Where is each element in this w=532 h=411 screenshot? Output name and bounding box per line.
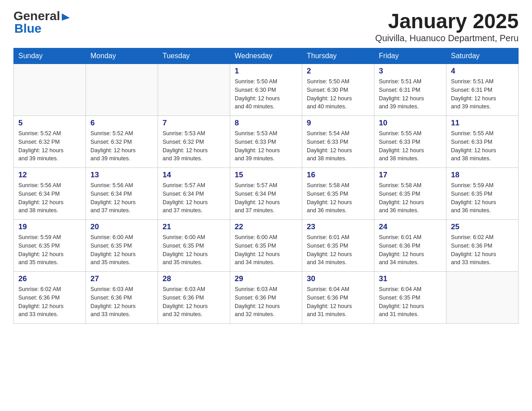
calendar-cell: 7Sunrise: 5:53 AM Sunset: 6:32 PM Daylig… [158,116,230,168]
calendar-day-header: Thursday [302,48,374,64]
calendar-week-row: 19Sunrise: 5:59 AM Sunset: 6:35 PM Dayli… [14,220,519,272]
day-number: 3 [379,67,442,76]
page-header: General Blue January 2025 Quivilla, Huan… [13,9,519,43]
calendar-day-header: Monday [86,48,158,64]
day-info: Sunrise: 5:53 AM Sunset: 6:32 PM Dayligh… [163,129,225,163]
calendar-table: SundayMondayTuesdayWednesdayThursdayFrid… [13,48,519,324]
calendar-day-header: Friday [374,48,446,64]
day-info: Sunrise: 5:55 AM Sunset: 6:33 PM Dayligh… [451,129,514,163]
day-number: 1 [235,67,297,76]
day-info: Sunrise: 5:58 AM Sunset: 6:35 PM Dayligh… [307,181,369,215]
day-info: Sunrise: 6:03 AM Sunset: 6:36 PM Dayligh… [163,285,225,319]
day-number: 2 [307,67,369,76]
day-info: Sunrise: 5:52 AM Sunset: 6:32 PM Dayligh… [18,129,81,163]
day-info: Sunrise: 6:00 AM Sunset: 6:35 PM Dayligh… [235,233,297,267]
day-number: 26 [18,274,81,283]
day-number: 15 [235,171,297,180]
logo-blue-text: Blue [14,21,42,36]
calendar-cell: 9Sunrise: 5:54 AM Sunset: 6:33 PM Daylig… [302,116,374,168]
calendar-week-row: 26Sunrise: 6:02 AM Sunset: 6:36 PM Dayli… [14,272,519,324]
day-number: 17 [379,171,442,180]
day-info: Sunrise: 5:51 AM Sunset: 6:31 PM Dayligh… [451,77,514,111]
calendar-cell: 19Sunrise: 5:59 AM Sunset: 6:35 PM Dayli… [14,220,86,272]
day-info: Sunrise: 6:03 AM Sunset: 6:36 PM Dayligh… [235,285,297,319]
calendar-cell: 23Sunrise: 6:01 AM Sunset: 6:35 PM Dayli… [302,220,374,272]
day-number: 19 [18,223,81,231]
day-info: Sunrise: 6:01 AM Sunset: 6:36 PM Dayligh… [379,233,442,267]
day-number: 10 [379,119,442,128]
calendar-cell: 26Sunrise: 6:02 AM Sunset: 6:36 PM Dayli… [14,272,86,324]
calendar-cell [14,64,86,116]
calendar-cell: 8Sunrise: 5:53 AM Sunset: 6:33 PM Daylig… [230,116,302,168]
calendar-day-header: Tuesday [158,48,230,64]
day-number: 5 [18,119,81,128]
calendar-header-row: SundayMondayTuesdayWednesdayThursdayFrid… [14,48,519,64]
day-number: 9 [307,119,369,128]
day-info: Sunrise: 6:04 AM Sunset: 6:36 PM Dayligh… [307,285,369,319]
day-number: 6 [90,119,153,128]
calendar-cell: 3Sunrise: 5:51 AM Sunset: 6:31 PM Daylig… [374,64,446,116]
day-info: Sunrise: 5:54 AM Sunset: 6:33 PM Dayligh… [307,129,369,163]
day-number: 21 [163,223,225,231]
day-info: Sunrise: 5:51 AM Sunset: 6:31 PM Dayligh… [379,77,442,111]
day-number: 22 [235,223,297,231]
calendar-cell: 29Sunrise: 6:03 AM Sunset: 6:36 PM Dayli… [230,272,302,324]
calendar-cell: 22Sunrise: 6:00 AM Sunset: 6:35 PM Dayli… [230,220,302,272]
day-number: 16 [307,171,369,180]
calendar-cell: 27Sunrise: 6:03 AM Sunset: 6:36 PM Dayli… [86,272,158,324]
calendar-cell: 21Sunrise: 6:00 AM Sunset: 6:35 PM Dayli… [158,220,230,272]
day-info: Sunrise: 5:59 AM Sunset: 6:35 PM Dayligh… [18,233,81,267]
day-info: Sunrise: 5:59 AM Sunset: 6:35 PM Dayligh… [451,181,514,215]
day-info: Sunrise: 5:57 AM Sunset: 6:34 PM Dayligh… [163,181,225,215]
day-info: Sunrise: 5:57 AM Sunset: 6:34 PM Dayligh… [235,181,297,215]
calendar-day-header: Saturday [446,48,519,64]
calendar-day-header: Sunday [14,48,86,64]
calendar-week-row: 5Sunrise: 5:52 AM Sunset: 6:32 PM Daylig… [14,116,519,168]
calendar-cell: 1Sunrise: 5:50 AM Sunset: 6:30 PM Daylig… [230,64,302,116]
calendar-cell: 28Sunrise: 6:03 AM Sunset: 6:36 PM Dayli… [158,272,230,324]
day-info: Sunrise: 5:50 AM Sunset: 6:30 PM Dayligh… [307,77,369,111]
day-info: Sunrise: 6:01 AM Sunset: 6:35 PM Dayligh… [307,233,369,267]
calendar-cell [86,64,158,116]
calendar-cell: 14Sunrise: 5:57 AM Sunset: 6:34 PM Dayli… [158,168,230,220]
day-info: Sunrise: 5:58 AM Sunset: 6:35 PM Dayligh… [379,181,442,215]
day-info: Sunrise: 5:52 AM Sunset: 6:32 PM Dayligh… [90,129,153,163]
day-number: 4 [451,67,514,76]
day-number: 14 [163,171,225,180]
day-info: Sunrise: 6:00 AM Sunset: 6:35 PM Dayligh… [163,233,225,267]
calendar-cell: 11Sunrise: 5:55 AM Sunset: 6:33 PM Dayli… [446,116,519,168]
day-number: 30 [307,274,369,283]
day-info: Sunrise: 5:53 AM Sunset: 6:33 PM Dayligh… [235,129,297,163]
calendar-cell: 5Sunrise: 5:52 AM Sunset: 6:32 PM Daylig… [14,116,86,168]
calendar-cell: 24Sunrise: 6:01 AM Sunset: 6:36 PM Dayli… [374,220,446,272]
day-number: 28 [163,274,225,283]
calendar-cell [446,272,519,324]
day-info: Sunrise: 6:02 AM Sunset: 6:36 PM Dayligh… [451,233,514,267]
day-number: 20 [90,223,153,231]
calendar-cell: 6Sunrise: 5:52 AM Sunset: 6:32 PM Daylig… [86,116,158,168]
calendar-week-row: 1Sunrise: 5:50 AM Sunset: 6:30 PM Daylig… [14,64,519,116]
svg-marker-0 [62,13,70,21]
logo-triangle-icon [61,12,71,21]
calendar-day-header: Wednesday [230,48,302,64]
calendar-cell: 17Sunrise: 5:58 AM Sunset: 6:35 PM Dayli… [374,168,446,220]
day-number: 24 [379,223,442,231]
day-number: 12 [18,171,81,180]
calendar-cell: 16Sunrise: 5:58 AM Sunset: 6:35 PM Dayli… [302,168,374,220]
day-number: 18 [451,171,514,180]
calendar-cell: 4Sunrise: 5:51 AM Sunset: 6:31 PM Daylig… [446,64,519,116]
calendar-cell: 13Sunrise: 5:56 AM Sunset: 6:34 PM Dayli… [86,168,158,220]
day-info: Sunrise: 5:56 AM Sunset: 6:34 PM Dayligh… [90,181,153,215]
day-info: Sunrise: 6:02 AM Sunset: 6:36 PM Dayligh… [18,285,81,319]
calendar-cell: 10Sunrise: 5:55 AM Sunset: 6:33 PM Dayli… [374,116,446,168]
day-number: 13 [90,171,153,180]
title-block: January 2025 Quivilla, Huanuco Departmen… [375,9,519,43]
day-number: 31 [379,274,442,283]
day-number: 7 [163,119,225,128]
day-number: 27 [90,274,153,283]
calendar-cell: 18Sunrise: 5:59 AM Sunset: 6:35 PM Dayli… [446,168,519,220]
day-info: Sunrise: 5:56 AM Sunset: 6:34 PM Dayligh… [18,181,81,215]
calendar-cell: 12Sunrise: 5:56 AM Sunset: 6:34 PM Dayli… [14,168,86,220]
calendar-cell: 31Sunrise: 6:04 AM Sunset: 6:35 PM Dayli… [374,272,446,324]
calendar-cell: 15Sunrise: 5:57 AM Sunset: 6:34 PM Dayli… [230,168,302,220]
